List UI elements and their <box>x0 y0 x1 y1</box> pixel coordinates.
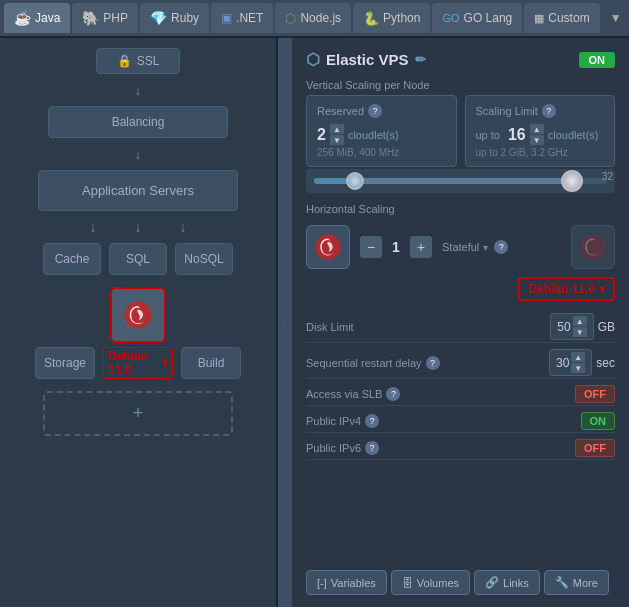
bottom-toolbar: [-] Variables 🗄 Volumes 🔗 Links 🔧 More <box>306 564 615 595</box>
tab-custom-label: Custom <box>548 11 589 25</box>
links-button[interactable]: 🔗 Links <box>474 570 540 595</box>
tab-net-label: .NET <box>236 11 263 25</box>
tab-more-chevron[interactable]: ▼ <box>602 3 629 33</box>
access-slb-toggle[interactable]: OFF <box>575 385 615 403</box>
reserved-info-icon[interactable]: ? <box>368 104 382 118</box>
debian-version-dropdown[interactable]: Debian 11.0 ▾ <box>518 277 615 301</box>
h-scaling-debian-icon[interactable] <box>306 225 350 269</box>
disk-stepper-box: 50 ▲ ▼ <box>550 313 593 340</box>
reserved-value: 2 <box>317 126 326 144</box>
public-ipv4-row: Public IPv4 ? ON <box>306 410 615 433</box>
reserved-box: Reserved ? 2 ▲ ▼ cloudlet(s) 256 MiB, 40… <box>306 95 457 167</box>
tab-golang-label: GO Lang <box>464 11 513 25</box>
volumes-icon: 🗄 <box>402 577 413 589</box>
tab-php[interactable]: 🐘 PHP <box>72 3 138 33</box>
scaling-limit-title: Scaling Limit ? <box>476 104 605 118</box>
disk-up-button[interactable]: ▲ <box>573 316 587 326</box>
stateful-info-icon[interactable]: ? <box>494 240 508 254</box>
access-slb-label: Access via SLB ? <box>306 387 400 401</box>
tab-nodejs[interactable]: ⬡ Node.js <box>275 3 351 33</box>
node-increment-button[interactable]: + <box>410 236 432 258</box>
db-row: Cache SQL NoSQL <box>43 243 233 275</box>
stateful-dropdown-icon: ▾ <box>483 242 488 253</box>
variables-button[interactable]: [-] Variables <box>306 570 387 595</box>
tab-net[interactable]: ▣ .NET <box>211 3 273 33</box>
tab-java[interactable]: ☕ Java <box>4 3 70 33</box>
scaling-sub: up to 2 GiB, 3.2 GHz <box>476 147 605 158</box>
tab-custom[interactable]: ▦ Custom <box>524 3 599 33</box>
scaling-stepper: ▲ ▼ <box>530 124 544 145</box>
reserved-down-button[interactable]: ▼ <box>330 135 344 145</box>
scaling-value: 16 <box>508 126 526 144</box>
ssl-button[interactable]: 🔒 SSL <box>96 48 181 74</box>
access-slb-row: Access via SLB ? OFF <box>306 383 615 406</box>
debian-icon-button[interactable] <box>110 287 166 343</box>
slider-thumb-left[interactable] <box>346 172 364 190</box>
node-decrement-button[interactable]: − <box>360 236 382 258</box>
tab-python-label: Python <box>383 11 420 25</box>
public-ipv4-toggle[interactable]: ON <box>581 412 616 430</box>
h-scaling-debian-icon-2[interactable] <box>571 225 615 269</box>
disk-limit-row: Disk Limit 50 ▲ ▼ GB <box>306 311 615 343</box>
public-ipv6-info-icon[interactable]: ? <box>365 441 379 455</box>
slider-max: 32 <box>602 171 613 182</box>
scaling-info-icon[interactable]: ? <box>542 104 556 118</box>
disk-value: 50 <box>557 320 570 334</box>
scaling-cloudlet-row: up to 16 ▲ ▼ cloudlet(s) <box>476 124 605 145</box>
right-panel: ⬡ Elastic VPS ✏ ON Vertical Scaling per … <box>292 38 629 607</box>
arrow-down-1: ↓ <box>135 82 142 98</box>
scaling-slider[interactable]: 32 <box>306 169 615 193</box>
reserved-up-button[interactable]: ▲ <box>330 124 344 134</box>
public-ipv4-label: Public IPv4 ? <box>306 414 379 428</box>
variables-label: Variables <box>331 577 376 589</box>
horizontal-scaling-section: Horizontal Scaling − 1 + <box>306 203 615 301</box>
restart-value-row: 30 ▲ ▼ sec <box>549 349 615 376</box>
restart-value: 30 <box>556 356 569 370</box>
disk-unit: GB <box>598 320 615 334</box>
disk-stepper: ▲ ▼ <box>573 316 587 337</box>
app-servers-label: Application Servers <box>82 183 194 198</box>
edit-icon[interactable]: ✏ <box>415 52 426 67</box>
public-ipv6-toggle[interactable]: OFF <box>575 439 615 457</box>
restart-up-button[interactable]: ▲ <box>571 352 585 362</box>
slider-thumb-right[interactable] <box>561 170 583 192</box>
balancing-button[interactable]: Balancing <box>48 106 228 138</box>
more-button[interactable]: 🔧 More <box>544 570 609 595</box>
links-label: Links <box>503 577 529 589</box>
arrows-row: ↓ ↓ ↓ <box>90 219 187 235</box>
reserved-unit: cloudlet(s) <box>348 129 399 141</box>
scaling-down-button[interactable]: ▼ <box>530 135 544 145</box>
ruby-icon: 💎 <box>150 10 167 26</box>
build-button[interactable]: Build <box>181 347 241 379</box>
svg-point-0 <box>125 302 152 329</box>
more-label: More <box>573 577 598 589</box>
restart-info-icon[interactable]: ? <box>426 356 440 370</box>
storage-button[interactable]: Storage <box>35 347 95 379</box>
debian-version-label[interactable]: Debian 11.0 ▾ <box>103 347 173 379</box>
app-servers-box[interactable]: Application Servers <box>38 170 238 211</box>
add-environment-button[interactable]: + <box>43 391 233 436</box>
tab-python[interactable]: 🐍 Python <box>353 3 430 33</box>
sql-button[interactable]: SQL <box>109 243 167 275</box>
nosql-button[interactable]: NoSQL <box>175 243 233 275</box>
restart-down-button[interactable]: ▼ <box>571 363 585 373</box>
stateful-label: Stateful <box>442 241 479 253</box>
cache-button[interactable]: Cache <box>43 243 101 275</box>
reserved-cloudlet-row: 2 ▲ ▼ cloudlet(s) <box>317 124 446 145</box>
restart-stepper: ▲ ▼ <box>571 352 585 373</box>
tab-ruby[interactable]: 💎 Ruby <box>140 3 209 33</box>
scaling-up-button[interactable]: ▲ <box>530 124 544 134</box>
resize-handle[interactable]: ⋮ <box>278 38 292 607</box>
disk-down-button[interactable]: ▼ <box>573 327 587 337</box>
access-slb-info-icon[interactable]: ? <box>386 387 400 401</box>
left-panel: 🔒 SSL ↓ Balancing ↓ Application Servers … <box>0 38 278 607</box>
restart-stepper-box: 30 ▲ ▼ <box>549 349 592 376</box>
public-ipv4-info-icon[interactable]: ? <box>365 414 379 428</box>
on-badge[interactable]: ON <box>579 52 616 68</box>
tab-golang[interactable]: GO GO Lang <box>432 3 522 33</box>
slider-track <box>314 178 607 184</box>
svg-point-1 <box>315 234 340 259</box>
reserved-sub: 256 MiB, 400 MHz <box>317 147 446 158</box>
volumes-button[interactable]: 🗄 Volumes <box>391 570 470 595</box>
panel-header: ⬡ Elastic VPS ✏ ON <box>306 50 615 69</box>
